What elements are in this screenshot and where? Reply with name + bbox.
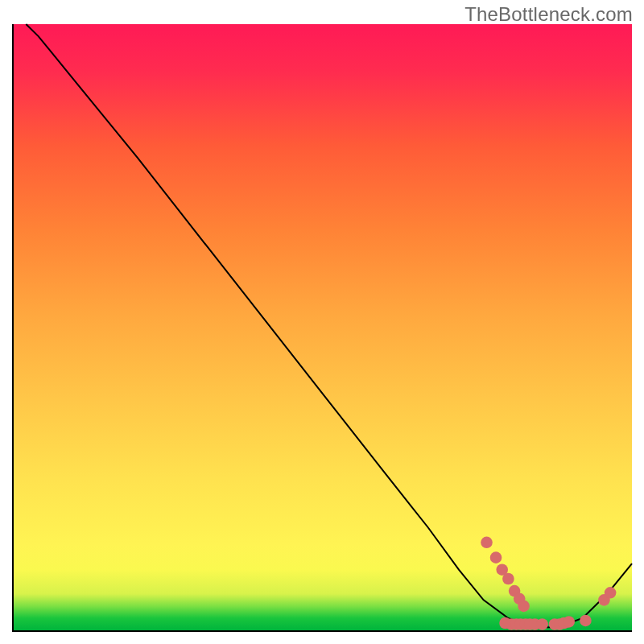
overlay-svg bbox=[14, 24, 632, 630]
data-marker bbox=[490, 551, 502, 564]
watermark-text: TheBottleneck.com bbox=[464, 3, 633, 26]
data-marker bbox=[536, 618, 548, 630]
data-markers bbox=[481, 537, 616, 630]
data-marker bbox=[481, 537, 493, 549]
bottleneck-curve bbox=[26, 24, 632, 627]
plot-area bbox=[12, 24, 632, 632]
chart-container: TheBottleneck.com bbox=[0, 0, 644, 644]
data-marker bbox=[518, 601, 530, 613]
data-marker bbox=[563, 616, 575, 628]
data-marker bbox=[502, 573, 514, 585]
data-marker bbox=[605, 587, 617, 599]
data-marker bbox=[580, 615, 592, 627]
